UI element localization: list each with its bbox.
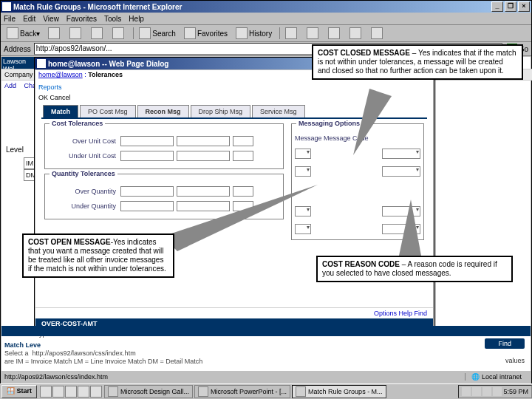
- msg-row-4: [295, 222, 420, 236]
- msg1-code[interactable]: [382, 149, 420, 159]
- label-over-unit: Over Unit Cost: [50, 137, 120, 145]
- zone-indicator: 🌐 Local intranet: [465, 373, 528, 381]
- tray-icon[interactable]: [493, 387, 502, 396]
- app-icon: [108, 386, 118, 397]
- under-unit-pct[interactable]: [177, 151, 230, 161]
- edit-button[interactable]: [325, 27, 344, 40]
- msg1-dd[interactable]: [295, 149, 311, 159]
- row-under-unit: Under Unit Cost: [50, 149, 279, 163]
- callout-cost-closed: COST CLOSED MESSAGE – Yes indicates that…: [312, 44, 523, 80]
- over-unit-cond[interactable]: [233, 136, 253, 146]
- ql-icon[interactable]: [52, 386, 64, 398]
- stop-button[interactable]: [66, 27, 86, 40]
- favorites-button[interactable]: Favorites: [181, 27, 231, 40]
- label-under-qty: Under Quantity: [50, 202, 120, 210]
- under-qty-amt[interactable]: [120, 201, 174, 211]
- lawson-tab: Lawson Wel: [1, 57, 38, 69]
- home-button[interactable]: [109, 27, 129, 40]
- ie-icon: [2, 2, 11, 11]
- row-over-qty: Over Quantity: [50, 185, 279, 198]
- tray-icon[interactable]: [462, 387, 471, 396]
- over-unit-amt[interactable]: [120, 136, 174, 146]
- under-unit-amt[interactable]: [120, 151, 174, 161]
- action-add[interactable]: Add: [4, 82, 16, 89]
- app-icon: [198, 386, 208, 397]
- tray-icon[interactable]: [482, 387, 491, 396]
- discuss-button[interactable]: [347, 27, 366, 40]
- dialog-body: home@lawson : Tolerances Reports OK Canc…: [35, 70, 433, 329]
- over-qty-pct[interactable]: [177, 186, 230, 197]
- over-qty-cond[interactable]: [233, 186, 253, 197]
- menu-favorites[interactable]: Favorites: [66, 15, 97, 23]
- min-button[interactable]: _: [491, 1, 503, 12]
- menu-help[interactable]: Help: [129, 15, 144, 23]
- callout-cost-reason: COST REASON CODE – A reason code is requ…: [316, 256, 513, 282]
- under-qty-pct[interactable]: [177, 201, 230, 211]
- close-button[interactable]: ×: [518, 1, 530, 12]
- over-unit-pct[interactable]: [177, 136, 230, 146]
- discuss-icon: [349, 27, 361, 39]
- messaging-title: Messaging Options: [296, 120, 362, 127]
- ql-icon[interactable]: [78, 386, 89, 398]
- menu-tools[interactable]: Tools: [104, 15, 121, 23]
- extra-button[interactable]: [368, 27, 387, 40]
- menu-view[interactable]: View: [43, 15, 59, 23]
- row-over-unit: Over Unit Cost: [50, 134, 279, 148]
- tab-recon-msg[interactable]: Recon Msg: [137, 105, 189, 117]
- msg-row-1: [295, 146, 420, 161]
- refresh-button[interactable]: [88, 27, 107, 40]
- ie-menubar: File Edit View Favorites Tools Help: [1, 13, 531, 25]
- msg4-code[interactable]: [382, 224, 420, 234]
- label-over-qty: Over Quantity: [50, 188, 120, 195]
- match-level-text: Match Leve Select a http://apos92/lawson…: [4, 341, 477, 366]
- star-icon: [184, 27, 196, 39]
- msg3-dd[interactable]: [295, 206, 311, 216]
- msg4-dd[interactable]: [295, 224, 311, 234]
- max-button[interactable]: ❐: [505, 1, 516, 12]
- task-powerpoint[interactable]: Microsoft PowerPoint - [...: [194, 385, 290, 398]
- ie-title: Match Rule Groups - Microsoft Internet E…: [13, 3, 182, 11]
- under-qty-cond[interactable]: [233, 201, 253, 211]
- msg3-code[interactable]: [382, 206, 420, 216]
- over-qty-amt[interactable]: [120, 186, 174, 197]
- msg-row-2: [295, 164, 420, 179]
- search-button[interactable]: Search: [136, 27, 179, 40]
- tray-icon[interactable]: [472, 387, 481, 396]
- msg2-code[interactable]: [382, 166, 420, 177]
- back-button[interactable]: Back ▾: [4, 27, 43, 40]
- ql-icon[interactable]: [40, 386, 52, 398]
- address-label: Address: [4, 45, 31, 53]
- group-cost-tolerances: Cost Tolerances Over Unit Cost Under Uni…: [44, 123, 284, 169]
- ie-titlebar: Match Rule Groups - Microsoft Internet E…: [1, 1, 531, 13]
- system-tray[interactable]: 5:59 PM: [458, 385, 532, 398]
- history-icon: [236, 27, 248, 39]
- ql-icon[interactable]: [65, 386, 77, 398]
- mail-button[interactable]: [282, 27, 301, 40]
- print-icon: [307, 27, 318, 39]
- under-unit-cond[interactable]: [233, 151, 253, 161]
- stop-icon: [69, 27, 81, 39]
- msg-row-3: [295, 204, 420, 219]
- history-button[interactable]: History: [233, 27, 275, 40]
- msg2-dd[interactable]: [295, 166, 311, 177]
- ok-cancel-row[interactable]: OK Cancel: [35, 92, 433, 103]
- forward-button[interactable]: [45, 27, 64, 40]
- start-button[interactable]: 🪟 Start: [1, 385, 37, 398]
- home-icon: [112, 27, 124, 39]
- reports-link[interactable]: Reports: [35, 82, 433, 92]
- tab-service-msg[interactable]: Service Msg: [252, 105, 305, 117]
- find-button[interactable]: Find: [485, 338, 525, 349]
- blue-strip: [1, 326, 531, 336]
- menu-file[interactable]: File: [4, 15, 16, 23]
- task-ie[interactable]: Match Rule Groups - M...: [292, 385, 386, 398]
- tab-drop-ship-msg[interactable]: Drop Ship Msg: [191, 105, 251, 117]
- task-gallery[interactable]: Microsoft Design Gall...: [104, 385, 193, 398]
- menu-edit[interactable]: Edit: [23, 15, 35, 23]
- print-button[interactable]: [304, 27, 323, 40]
- tab-po-cost-msg[interactable]: PO Cost Msg: [80, 105, 136, 117]
- row-under-qty: Under Quantity: [50, 200, 279, 213]
- search-icon: [139, 27, 151, 39]
- ql-icon[interactable]: [90, 386, 102, 398]
- crumb-home[interactable]: home@lawson: [38, 71, 83, 78]
- tab-match[interactable]: Match: [43, 105, 78, 117]
